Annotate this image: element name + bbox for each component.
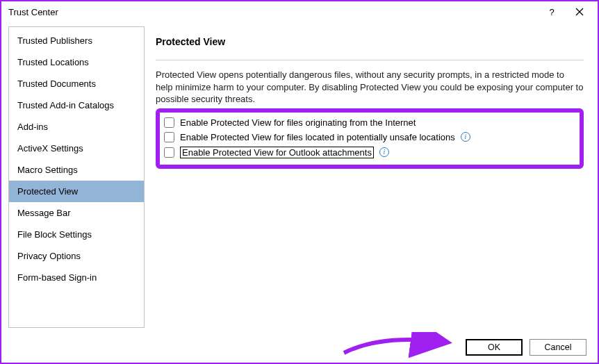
sidebar-item-activex-settings[interactable]: ActiveX Settings: [9, 138, 144, 159]
checkbox-label: Enable Protected View for Outlook attach…: [180, 147, 374, 158]
divider: [156, 60, 584, 60]
check-row-unsafe-locations[interactable]: Enable Protected View for files located …: [164, 130, 575, 144]
annotation-highlight: Enable Protected View for files originat…: [156, 108, 584, 169]
sidebar-item-trusted-addin-catalogs[interactable]: Trusted Add-in Catalogs: [9, 94, 144, 116]
sidebar-item-trusted-locations[interactable]: Trusted Locations: [9, 51, 144, 73]
checkbox-internet-files[interactable]: [164, 117, 174, 128]
close-icon: [575, 8, 584, 16]
main-panel: Protected View Protected View opens pote…: [156, 26, 591, 328]
close-button[interactable]: [566, 2, 593, 22]
check-row-internet-files[interactable]: Enable Protected View for files originat…: [164, 115, 575, 130]
sidebar-item-trusted-documents[interactable]: Trusted Documents: [9, 73, 144, 94]
info-icon[interactable]: i: [379, 147, 389, 157]
ok-button[interactable]: OK: [466, 339, 523, 356]
content-area: Trusted Publishers Trusted Locations Tru…: [1, 22, 598, 328]
cancel-button[interactable]: Cancel: [530, 339, 586, 356]
sidebar-item-privacy-options[interactable]: Privacy Options: [9, 245, 144, 267]
section-description: Protected View opens potentially dangero…: [156, 69, 584, 106]
section-title: Protected View: [156, 36, 584, 47]
checkbox-outlook-attachments[interactable]: [164, 147, 174, 158]
checkbox-label: Enable Protected View for files located …: [180, 132, 455, 142]
info-icon[interactable]: i: [461, 132, 470, 142]
sidebar-item-protected-view[interactable]: Protected View: [9, 181, 144, 202]
sidebar-item-add-ins[interactable]: Add-ins: [9, 116, 144, 138]
sidebar-item-macro-settings[interactable]: Macro Settings: [9, 159, 144, 181]
sidebar-item-trusted-publishers[interactable]: Trusted Publishers: [9, 30, 144, 51]
help-button[interactable]: ?: [538, 2, 566, 22]
sidebar-item-form-based-signin[interactable]: Form-based Sign-in: [9, 267, 144, 288]
window-title: Trust Center: [8, 7, 538, 17]
sidebar-item-message-bar[interactable]: Message Bar: [9, 202, 144, 224]
titlebar: Trust Center ?: [1, 1, 598, 22]
sidebar: Trusted Publishers Trusted Locations Tru…: [8, 26, 145, 328]
check-row-outlook-attachments[interactable]: Enable Protected View for Outlook attach…: [164, 144, 575, 160]
sidebar-item-file-block-settings[interactable]: File Block Settings: [9, 224, 144, 245]
dialog-footer: OK Cancel: [466, 339, 586, 356]
checkbox-unsafe-locations[interactable]: [164, 132, 174, 142]
annotation-arrow-icon: [340, 332, 459, 360]
checkbox-label: Enable Protected View for files originat…: [180, 117, 416, 128]
